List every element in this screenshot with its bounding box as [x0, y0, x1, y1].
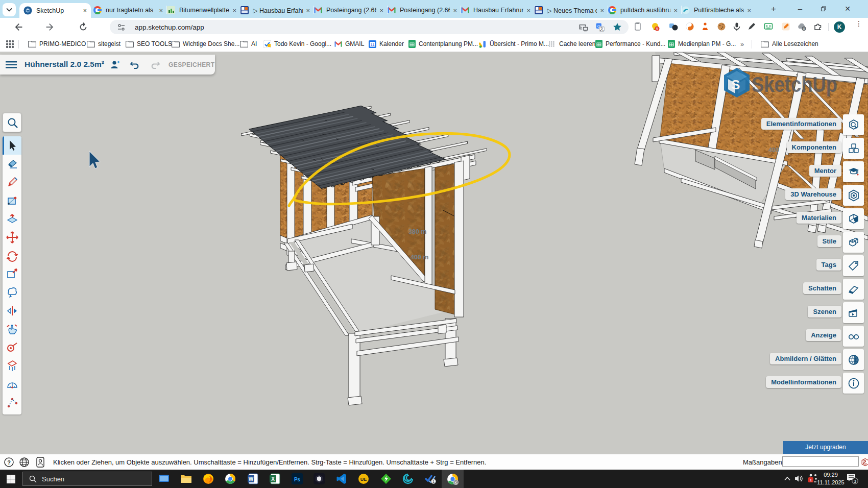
svg-text:380 m: 380 m [408, 228, 426, 235]
svg-text:Ps: Ps [294, 477, 300, 482]
svg-text:0: 0 [803, 27, 805, 31]
svg-text:UE: UE [360, 477, 367, 482]
svg-text:11: 11 [370, 42, 375, 47]
svg-text:5: 5 [656, 27, 658, 31]
svg-text:S: S [731, 77, 740, 92]
svg-text:W: W [248, 476, 253, 482]
svg-text:?: ? [7, 459, 11, 466]
svg-text:X: X [271, 476, 275, 482]
svg-text:K: K [454, 480, 457, 484]
svg-text:3: 3 [854, 478, 856, 484]
svg-text:400 m: 400 m [411, 254, 428, 261]
svg-text:1: 1 [432, 479, 434, 484]
svg-text:400: 400 [768, 147, 779, 154]
svg-text:文: 文 [600, 27, 604, 31]
svg-text:SketchUp: SketchUp [752, 72, 837, 96]
svg-text:1: 1 [810, 478, 812, 482]
